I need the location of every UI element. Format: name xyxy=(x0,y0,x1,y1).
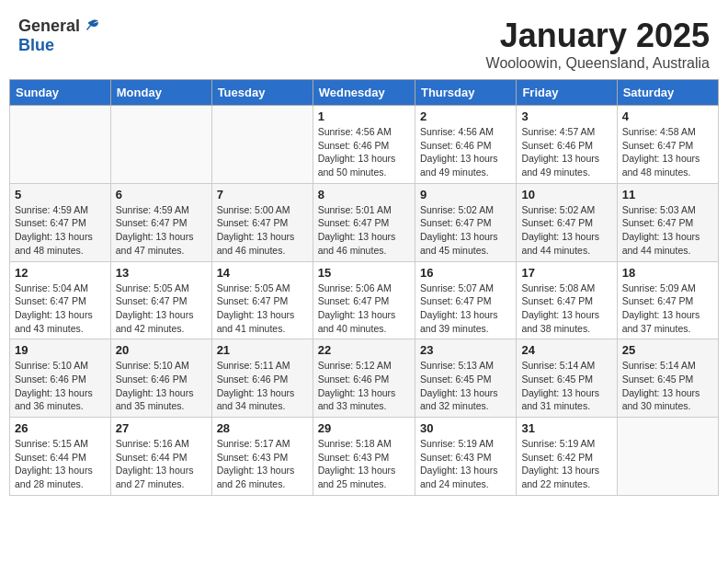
day-info: Sunrise: 5:10 AM Sunset: 6:46 PM Dayligh… xyxy=(116,359,207,413)
day-info: Sunrise: 5:02 AM Sunset: 6:47 PM Dayligh… xyxy=(521,203,611,258)
calendar-cell: 13Sunrise: 5:05 AM Sunset: 6:47 PM Dayli… xyxy=(110,261,211,339)
calendar-cell xyxy=(10,106,111,184)
calendar-week-row: 19Sunrise: 5:10 AM Sunset: 6:46 PM Dayli… xyxy=(10,339,719,418)
day-number: 10 xyxy=(521,188,611,201)
calendar-cell: 15Sunrise: 5:06 AM Sunset: 6:47 PM Dayli… xyxy=(313,261,415,339)
calendar-cell: 24Sunrise: 5:14 AM Sunset: 6:45 PM Dayli… xyxy=(517,339,617,418)
calendar-cell: 27Sunrise: 5:16 AM Sunset: 6:44 PM Dayli… xyxy=(110,418,211,496)
day-info: Sunrise: 5:15 AM Sunset: 6:44 PM Dayligh… xyxy=(15,437,106,491)
day-number: 17 xyxy=(521,266,611,280)
day-info: Sunrise: 5:05 AM Sunset: 6:47 PM Dayligh… xyxy=(116,282,207,336)
day-info: Sunrise: 5:02 AM Sunset: 6:47 PM Dayligh… xyxy=(420,203,511,258)
day-info: Sunrise: 5:14 AM Sunset: 6:45 PM Dayligh… xyxy=(622,359,713,413)
day-info: Sunrise: 5:19 AM Sunset: 6:42 PM Dayligh… xyxy=(521,437,611,491)
weekday-header: Thursday xyxy=(415,80,516,106)
calendar-cell xyxy=(211,106,313,184)
day-number: 22 xyxy=(318,343,410,357)
day-number: 7 xyxy=(217,188,308,201)
title-block: January 2025 Wooloowin, Queensland, Aust… xyxy=(486,17,710,72)
day-number: 4 xyxy=(622,109,713,123)
day-info: Sunrise: 5:14 AM Sunset: 6:45 PM Dayligh… xyxy=(521,359,611,413)
calendar-cell: 12Sunrise: 5:04 AM Sunset: 6:47 PM Dayli… xyxy=(10,261,111,339)
calendar-cell: 17Sunrise: 5:08 AM Sunset: 6:47 PM Dayli… xyxy=(517,261,617,339)
day-number: 2 xyxy=(420,109,511,123)
day-info: Sunrise: 4:56 AM Sunset: 6:46 PM Dayligh… xyxy=(420,125,511,179)
day-number: 12 xyxy=(15,266,106,280)
weekday-header: Wednesday xyxy=(313,80,415,106)
logo-blue-text: Blue xyxy=(18,36,54,55)
day-info: Sunrise: 5:08 AM Sunset: 6:47 PM Dayligh… xyxy=(521,282,611,336)
weekday-header: Sunday xyxy=(10,80,111,106)
calendar-cell: 18Sunrise: 5:09 AM Sunset: 6:47 PM Dayli… xyxy=(617,261,718,339)
day-number: 31 xyxy=(521,421,611,435)
calendar-cell: 8Sunrise: 5:01 AM Sunset: 6:47 PM Daylig… xyxy=(313,183,415,261)
day-number: 23 xyxy=(420,343,511,357)
day-info: Sunrise: 5:11 AM Sunset: 6:46 PM Dayligh… xyxy=(217,359,308,413)
day-info: Sunrise: 5:19 AM Sunset: 6:43 PM Dayligh… xyxy=(420,437,511,491)
day-number: 21 xyxy=(217,343,308,357)
weekday-header: Saturday xyxy=(617,80,718,106)
calendar-week-row: 5Sunrise: 4:59 AM Sunset: 6:47 PM Daylig… xyxy=(10,183,719,261)
calendar-cell: 30Sunrise: 5:19 AM Sunset: 6:43 PM Dayli… xyxy=(415,418,516,496)
day-info: Sunrise: 5:03 AM Sunset: 6:47 PM Dayligh… xyxy=(622,203,713,258)
day-number: 24 xyxy=(521,343,611,357)
calendar-cell: 28Sunrise: 5:17 AM Sunset: 6:43 PM Dayli… xyxy=(211,418,313,496)
calendar-cell: 1Sunrise: 4:56 AM Sunset: 6:46 PM Daylig… xyxy=(313,106,415,184)
calendar-title: January 2025 xyxy=(486,17,710,55)
calendar-cell: 20Sunrise: 5:10 AM Sunset: 6:46 PM Dayli… xyxy=(110,339,211,418)
day-number: 20 xyxy=(116,343,207,357)
weekday-header: Friday xyxy=(517,80,617,106)
calendar-cell: 10Sunrise: 5:02 AM Sunset: 6:47 PM Dayli… xyxy=(517,183,617,261)
calendar-cell: 19Sunrise: 5:10 AM Sunset: 6:46 PM Dayli… xyxy=(10,339,111,418)
day-number: 25 xyxy=(622,343,713,357)
day-info: Sunrise: 5:16 AM Sunset: 6:44 PM Dayligh… xyxy=(116,437,207,491)
day-info: Sunrise: 5:06 AM Sunset: 6:47 PM Dayligh… xyxy=(318,282,410,336)
day-number: 3 xyxy=(521,109,611,123)
calendar-cell xyxy=(110,106,211,184)
calendar-cell: 7Sunrise: 5:00 AM Sunset: 6:47 PM Daylig… xyxy=(211,183,313,261)
calendar-cell: 14Sunrise: 5:05 AM Sunset: 6:47 PM Dayli… xyxy=(211,261,313,339)
day-info: Sunrise: 5:01 AM Sunset: 6:47 PM Dayligh… xyxy=(318,203,410,258)
calendar-cell: 11Sunrise: 5:03 AM Sunset: 6:47 PM Dayli… xyxy=(617,183,718,261)
calendar-cell: 2Sunrise: 4:56 AM Sunset: 6:46 PM Daylig… xyxy=(415,106,516,184)
logo: General Blue xyxy=(18,17,100,55)
calendar-cell xyxy=(617,418,718,496)
day-number: 16 xyxy=(420,266,511,280)
calendar-cell: 3Sunrise: 4:57 AM Sunset: 6:46 PM Daylig… xyxy=(517,106,617,184)
day-info: Sunrise: 4:59 AM Sunset: 6:47 PM Dayligh… xyxy=(116,203,207,258)
weekday-header: Monday xyxy=(110,80,211,106)
calendar-cell: 6Sunrise: 4:59 AM Sunset: 6:47 PM Daylig… xyxy=(110,183,211,261)
day-info: Sunrise: 5:18 AM Sunset: 6:43 PM Dayligh… xyxy=(318,437,410,491)
calendar-week-row: 26Sunrise: 5:15 AM Sunset: 6:44 PM Dayli… xyxy=(10,418,719,496)
day-info: Sunrise: 4:56 AM Sunset: 6:46 PM Dayligh… xyxy=(318,125,410,179)
calendar-cell: 4Sunrise: 4:58 AM Sunset: 6:47 PM Daylig… xyxy=(617,106,718,184)
calendar-cell: 16Sunrise: 5:07 AM Sunset: 6:47 PM Dayli… xyxy=(415,261,516,339)
calendar-cell: 31Sunrise: 5:19 AM Sunset: 6:42 PM Dayli… xyxy=(517,418,617,496)
calendar-cell: 29Sunrise: 5:18 AM Sunset: 6:43 PM Dayli… xyxy=(313,418,415,496)
day-number: 28 xyxy=(217,421,308,435)
logo-general-text: General xyxy=(18,17,80,36)
day-info: Sunrise: 4:57 AM Sunset: 6:46 PM Dayligh… xyxy=(521,125,611,179)
day-number: 29 xyxy=(318,421,410,435)
logo-bird-icon xyxy=(82,17,100,36)
day-info: Sunrise: 5:05 AM Sunset: 6:47 PM Dayligh… xyxy=(217,282,308,336)
day-info: Sunrise: 5:07 AM Sunset: 6:47 PM Dayligh… xyxy=(420,282,511,336)
day-info: Sunrise: 5:13 AM Sunset: 6:45 PM Dayligh… xyxy=(420,359,511,413)
day-info: Sunrise: 4:58 AM Sunset: 6:47 PM Dayligh… xyxy=(622,125,713,179)
day-number: 15 xyxy=(318,266,410,280)
calendar-cell: 22Sunrise: 5:12 AM Sunset: 6:46 PM Dayli… xyxy=(313,339,415,418)
day-number: 6 xyxy=(116,188,207,201)
day-number: 14 xyxy=(217,266,308,280)
calendar-cell: 5Sunrise: 4:59 AM Sunset: 6:47 PM Daylig… xyxy=(10,183,111,261)
day-number: 27 xyxy=(116,421,207,435)
day-number: 30 xyxy=(420,421,511,435)
page-header: General Blue January 2025 Wooloowin, Que… xyxy=(9,9,719,72)
day-info: Sunrise: 5:04 AM Sunset: 6:47 PM Dayligh… xyxy=(15,282,106,336)
day-info: Sunrise: 4:59 AM Sunset: 6:47 PM Dayligh… xyxy=(15,203,106,258)
calendar-week-row: 1Sunrise: 4:56 AM Sunset: 6:46 PM Daylig… xyxy=(10,106,719,184)
day-info: Sunrise: 5:17 AM Sunset: 6:43 PM Dayligh… xyxy=(217,437,308,491)
calendar-cell: 9Sunrise: 5:02 AM Sunset: 6:47 PM Daylig… xyxy=(415,183,516,261)
calendar-table: SundayMondayTuesdayWednesdayThursdayFrid… xyxy=(9,79,719,496)
day-info: Sunrise: 5:00 AM Sunset: 6:47 PM Dayligh… xyxy=(217,203,308,258)
day-number: 19 xyxy=(15,343,106,357)
